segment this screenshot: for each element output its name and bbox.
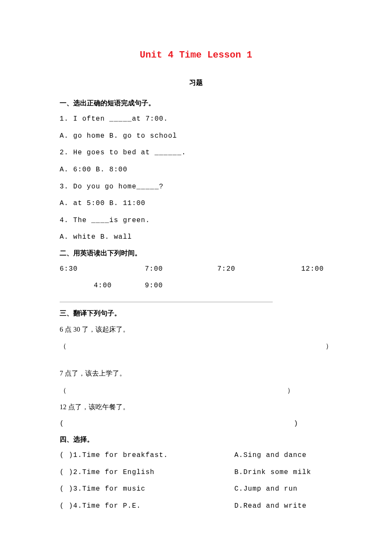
translate-1-paren: （ ） (60, 339, 332, 353)
match-right-4: D.Read and write (234, 499, 332, 514)
page-title: Unit 4 Time Lesson 1 (60, 47, 332, 64)
match-row-3: ( )3.Time for music C.Jump and run (60, 482, 332, 497)
q2-text: 2. He goes to bed at ______. (60, 146, 332, 160)
section3-heading: 三、翻译下列句子。 (60, 307, 332, 320)
paren-close: ） (287, 383, 294, 398)
translate-2-paren: （ ） (60, 383, 294, 398)
match-right-3: C.Jump and run (234, 482, 332, 497)
paren-open: （ (60, 339, 66, 353)
time-4: 12:00 (290, 262, 332, 277)
q1-options: A. go home B. go to school (60, 129, 332, 144)
q4-text: 4. The ____is green. (60, 214, 332, 228)
translate-1: 6 点 30 了，该起床了。 (60, 322, 332, 337)
section1-heading: 一、选出正确的短语完成句子。 (60, 97, 332, 110)
section4-heading: 四、选择。 (60, 434, 332, 446)
time-2: 7:00 (145, 262, 217, 277)
q3-text: 3. Do you go home_____? (60, 180, 332, 194)
match-row-4: ( )4.Time for P.E. D.Read and write (60, 499, 332, 514)
q4-options: A. white B. wall (60, 230, 332, 245)
match-left-1: ( )1.Time for breakfast. (60, 448, 234, 463)
page-subtitle: 习题 (60, 77, 332, 89)
match-left-4: ( )4.Time for P.E. (60, 499, 234, 514)
match-row-2: ( )2.Time for English B.Drink some milk (60, 465, 332, 480)
paren-open: ( (60, 417, 64, 431)
time-row-1: 6:30 7:00 7:20 12:00 (60, 262, 332, 277)
time-1: 6:30 (60, 262, 145, 277)
match-right-2: B.Drink some milk (234, 465, 332, 480)
q1-text: 1. I often _____at 7:00. (60, 112, 332, 127)
match-row-1: ( )1.Time for breakfast. A.Sing and danc… (60, 448, 332, 463)
section2-heading: 二、用英语读出下列时间。 (60, 247, 332, 260)
q2-options: A. 6:00 B. 8:00 (60, 163, 332, 177)
match-left-2: ( )2.Time for English (60, 465, 234, 480)
time-5: 4:00 (60, 279, 145, 293)
match-left-3: ( )3.Time for music (60, 482, 234, 497)
translate-3: 12 点了，该吃午餐了。 (60, 400, 332, 414)
paren-open: （ (60, 383, 66, 398)
divider (60, 302, 273, 302)
time-3: 7:20 (217, 262, 290, 277)
paren-close: ) (294, 417, 298, 431)
time-6: 9:00 (145, 279, 332, 293)
match-right-1: A.Sing and dance (234, 448, 332, 463)
translate-3-paren: ( ) (60, 417, 298, 431)
translate-2: 7 点了，该去上学了。 (60, 366, 332, 381)
time-row-2: 4:00 9:00 (60, 279, 332, 293)
paren-close: ） (326, 339, 332, 353)
q3-options: A. at 5:00 B. 11:00 (60, 197, 332, 211)
